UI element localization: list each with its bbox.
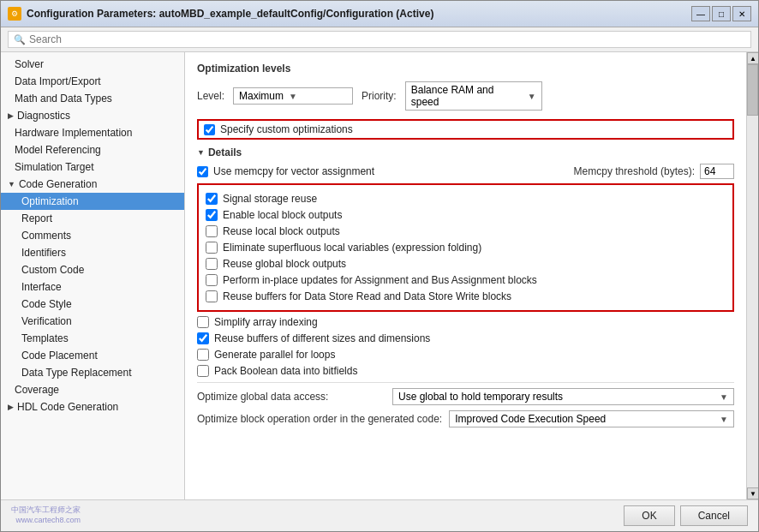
optimize-block-arrow: ▼: [720, 415, 728, 424]
details-expand-icon: ▼: [197, 148, 205, 157]
memcpy-checkbox[interactable]: [197, 166, 208, 177]
reuse-buffers-checkbox[interactable]: [206, 290, 218, 302]
sidebar-item-math[interactable]: Math and Data Types: [1, 90, 184, 107]
level-row: Level: Maximum ▼ Priority: Balance RAM a…: [197, 81, 734, 111]
close-button[interactable]: ✕: [732, 6, 751, 21]
checkbox-row-reuse-diff: Reuse buffers of different sizes and dim…: [197, 332, 734, 344]
eliminate-checkbox[interactable]: [206, 242, 218, 254]
perform-inplace-checkbox[interactable]: [206, 274, 218, 286]
checkbox-row-eliminate: Eliminate superfluous local variables (e…: [206, 242, 726, 254]
sidebar-item-code-style[interactable]: Code Style: [1, 296, 184, 313]
details-title: Details: [208, 146, 242, 158]
generate-parallel-label[interactable]: Generate parallel for loops: [214, 349, 335, 361]
content-panel: Optimization levels Level: Maximum ▼ Pri…: [185, 52, 746, 499]
specify-custom-label[interactable]: Specify custom optimizations: [220, 123, 353, 135]
reuse-global-label[interactable]: Reuse global block outputs: [223, 258, 346, 270]
sidebar-item-optimization[interactable]: Optimization: [1, 193, 184, 210]
sidebar-item-comments[interactable]: Comments: [1, 227, 184, 244]
memcpy-row: Use memcpy for vector assignment Memcpy …: [197, 164, 734, 179]
maximize-button[interactable]: □: [712, 6, 731, 21]
reuse-global-checkbox[interactable]: [206, 258, 218, 270]
red-border-box: Signal storage reuse Enable local block …: [197, 183, 734, 312]
reuse-diff-label[interactable]: Reuse buffers of different sizes and dim…: [214, 332, 430, 344]
expand-icon-codegen: ▼: [8, 180, 15, 188]
sidebar-item-solver[interactable]: Solver: [1, 56, 184, 73]
eliminate-label[interactable]: Eliminate superfluous local variables (e…: [223, 242, 481, 254]
search-input[interactable]: [29, 33, 745, 45]
priority-label: Priority:: [362, 90, 397, 102]
enable-local-label[interactable]: Enable local block outputs: [223, 209, 342, 221]
signal-storage-label[interactable]: Signal storage reuse: [223, 193, 317, 205]
level-dropdown-arrow: ▼: [289, 92, 297, 101]
checkbox-row-pack-boolean: Pack Boolean data into bitfields: [197, 365, 734, 377]
sidebar-item-custom-code[interactable]: Custom Code: [1, 261, 184, 278]
expand-icon-hdl: ▶: [8, 403, 14, 411]
reuse-local-label[interactable]: Reuse local block outputs: [223, 225, 340, 237]
sidebar-item-report[interactable]: Report: [1, 210, 184, 227]
checkbox-row-signal: Signal storage reuse: [206, 193, 726, 205]
optimize-global-value: Use global to hold temporary results: [398, 391, 563, 403]
sidebar-item-data-type-repl[interactable]: Data Type Replacement: [1, 364, 184, 381]
sidebar-item-coverage[interactable]: Coverage: [1, 381, 184, 398]
sidebar-item-identifiers[interactable]: Identifiers: [1, 244, 184, 261]
priority-value: Balance RAM and speed: [411, 84, 523, 108]
sidebar-item-diagnostics[interactable]: ▶ Diagnostics: [1, 107, 184, 124]
specify-custom-checkbox[interactable]: [204, 124, 215, 135]
sidebar-item-hdl[interactable]: ▶ HDL Code Generation: [1, 398, 184, 415]
footer-buttons: 中国汽车工程师之家www.cartech8.com OK Cancel: [1, 499, 758, 531]
sidebar-item-hardware[interactable]: Hardware Implementation: [1, 124, 184, 141]
ok-button[interactable]: OK: [624, 505, 674, 526]
memcpy-threshold-group: Memcpy threshold (bytes):: [574, 164, 734, 179]
app-icon: ⚙: [8, 7, 21, 21]
optimize-block-value: Improved Code Execution Speed: [455, 413, 606, 425]
optimize-global-dropdown[interactable]: Use global to hold temporary results ▼: [392, 388, 734, 405]
optimize-global-row: Optimize global data access: Use global …: [197, 388, 734, 405]
sidebar-item-simulation[interactable]: Simulation Target: [1, 158, 184, 176]
signal-storage-checkbox[interactable]: [206, 193, 218, 205]
scroll-thumb[interactable]: [747, 64, 758, 116]
pack-boolean-label[interactable]: Pack Boolean data into bitfields: [214, 365, 357, 377]
scroll-track[interactable]: [747, 64, 758, 487]
memcpy-label[interactable]: Use memcpy for vector assignment: [213, 165, 374, 177]
threshold-input[interactable]: [700, 164, 734, 179]
simplify-checkbox[interactable]: [197, 316, 209, 328]
scrollbar[interactable]: ▲ ▼: [746, 52, 758, 499]
sidebar-item-code-gen[interactable]: ▼ Code Generation: [1, 176, 184, 193]
simplify-label[interactable]: Simplify array indexing: [214, 316, 318, 328]
sidebar-item-model-ref[interactable]: Model Referencing: [1, 141, 184, 158]
sidebar-item-verification[interactable]: Verification: [1, 313, 184, 330]
priority-dropdown[interactable]: Balance RAM and speed ▼: [405, 81, 542, 111]
level-label: Level:: [197, 90, 224, 102]
optimize-global-label: Optimize global data access:: [197, 391, 385, 403]
section-title: Optimization levels: [197, 63, 734, 75]
expand-icon-diagnostics: ▶: [8, 111, 14, 120]
reuse-local-checkbox[interactable]: [206, 225, 218, 237]
title-bar: ⚙ Configuration Parameters: autoMBD_exam…: [1, 1, 758, 27]
enable-local-checkbox[interactable]: [206, 209, 218, 221]
reuse-buffers-label[interactable]: Reuse buffers for Data Store Read and Da…: [223, 290, 511, 302]
priority-dropdown-arrow: ▼: [528, 92, 536, 101]
sidebar-item-templates[interactable]: Templates: [1, 330, 184, 347]
reuse-diff-checkbox[interactable]: [197, 332, 209, 344]
watermark: 中国汽车工程师之家www.cartech8.com: [11, 505, 81, 525]
perform-inplace-label[interactable]: Perform in-place updates for Assignment …: [223, 274, 537, 286]
sidebar-item-code-placement[interactable]: Code Placement: [1, 347, 184, 364]
search-icon: 🔍: [14, 34, 26, 45]
cancel-button[interactable]: Cancel: [680, 505, 748, 526]
checkbox-row-perform-inplace: Perform in-place updates for Assignment …: [206, 274, 726, 286]
level-dropdown[interactable]: Maximum ▼: [233, 87, 353, 105]
generate-parallel-checkbox[interactable]: [197, 349, 209, 361]
sidebar-item-interface[interactable]: Interface: [1, 278, 184, 296]
scroll-up-button[interactable]: ▲: [747, 52, 758, 64]
search-wrapper[interactable]: 🔍: [8, 31, 751, 48]
optimize-block-dropdown[interactable]: Improved Code Execution Speed ▼: [449, 410, 734, 427]
scroll-down-button[interactable]: ▼: [747, 487, 758, 499]
window-title: Configuration Parameters: autoMBD_exampl…: [27, 8, 433, 20]
minimize-button[interactable]: —: [691, 6, 710, 21]
checkbox-row-reuse-global: Reuse global block outputs: [206, 258, 726, 270]
sidebar: Solver Data Import/Export Math and Data …: [1, 52, 185, 499]
pack-boolean-checkbox[interactable]: [197, 365, 209, 377]
optimize-block-label: Optimize block operation order in the ge…: [197, 413, 442, 425]
sidebar-item-data-import[interactable]: Data Import/Export: [1, 73, 184, 90]
search-bar: 🔍: [1, 27, 758, 52]
